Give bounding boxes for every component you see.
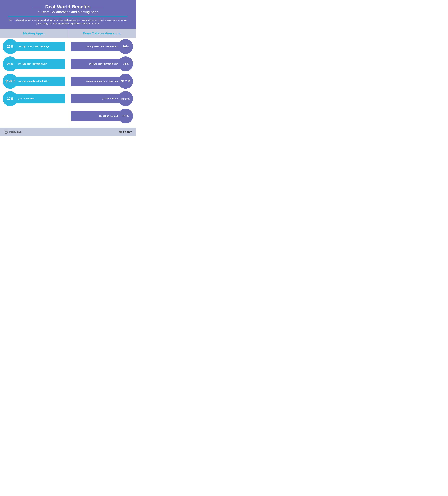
- left-circle-4: 20%: [3, 91, 18, 106]
- left-stat-4: 20% gain in revenue: [3, 91, 65, 106]
- left-value-1: 27%: [7, 45, 14, 48]
- left-bar-2: average gain in productivity: [15, 59, 65, 69]
- left-label-2: average gain in productivity: [18, 62, 47, 65]
- title-line: Real-World Benefits: [8, 4, 128, 10]
- right-value-1: 30%: [123, 45, 129, 48]
- left-bar-1: average reduction in meetings: [15, 42, 65, 51]
- left-stat-2: 25% average gain in productivity: [3, 56, 65, 71]
- right-label-4: gain in revenue: [102, 97, 118, 100]
- left-label-1: average reduction in meetings: [18, 45, 49, 48]
- left-bar-4: gain in revenue: [15, 94, 65, 103]
- right-stat-3: average annual cost reduction $161K: [71, 74, 133, 89]
- page-wrapper: Real-World Benefits of Team Collaboratio…: [0, 0, 136, 136]
- left-circle-2: 25%: [3, 56, 18, 71]
- header: Real-World Benefits of Team Collaboratio…: [0, 0, 136, 29]
- right-label-2: average gain in productivity: [89, 62, 118, 65]
- column-headers-wrapper: Meeting Apps: Team Collaboration apps:: [0, 29, 136, 38]
- right-bar-2: average gain in productivity: [71, 59, 121, 69]
- left-circle-3: $142K: [3, 74, 18, 89]
- right-column-header: Team Collaboration apps:: [68, 29, 136, 38]
- right-stat-5: reduction in email 21%: [71, 108, 133, 124]
- header-description: Team collaboration and meeting apps that…: [8, 18, 128, 25]
- right-bar-1: average reduction in meetings: [71, 42, 121, 51]
- right-circle-4: $368K: [118, 91, 133, 106]
- page-title-subtitle: of Team Collaboration and Meeting Apps: [8, 10, 128, 14]
- right-stat-1: average reduction in meetings 30%: [71, 39, 133, 54]
- left-value-4: 20%: [7, 97, 14, 101]
- right-stat-4: gain in revenue $368K: [71, 91, 133, 106]
- title-line-left: [32, 7, 43, 7]
- right-value-3: $161K: [121, 79, 130, 83]
- right-column: average reduction in meetings 30% averag…: [68, 38, 136, 127]
- left-stat-3: $142K average annual cost reduction: [3, 74, 65, 89]
- right-label-5: reduction in email: [99, 115, 118, 118]
- right-circle-3: $161K: [118, 74, 133, 89]
- left-stat-1: 27% average reduction in meetings: [3, 39, 65, 54]
- left-bar-3: average annual cost reduction: [15, 77, 65, 86]
- content-columns: 27% average reduction in meetings 25% av…: [0, 38, 136, 127]
- right-value-4: $368K: [121, 97, 130, 100]
- right-label-3: average annual cost reduction: [86, 80, 118, 83]
- footer: © Metrigy 2021 ⊕ metrigy: [0, 127, 136, 136]
- right-circle-2: 24%: [118, 56, 133, 71]
- page-title-bold: Real-World Benefits: [45, 4, 91, 10]
- left-column: 27% average reduction in meetings 25% av…: [0, 38, 68, 127]
- column-headers: Meeting Apps: Team Collaboration apps:: [0, 29, 136, 38]
- left-value-2: 25%: [7, 62, 14, 66]
- right-circle-1: 30%: [118, 39, 133, 54]
- right-bar-5: reduction in email: [71, 111, 121, 121]
- right-circle-5: 21%: [118, 108, 133, 124]
- left-label-4: gain in revenue: [18, 97, 34, 100]
- right-label-1: average reduction in meetings: [86, 45, 118, 48]
- right-bar-4: gain in revenue: [71, 94, 121, 103]
- footer-brand: metrigy: [123, 130, 132, 133]
- right-bar-3: average annual cost reduction: [71, 77, 121, 86]
- footer-right: ⊕ metrigy: [119, 130, 132, 134]
- title-line-right: [93, 7, 104, 7]
- left-column-header: Meeting Apps:: [0, 29, 68, 38]
- left-circle-1: 27%: [3, 39, 18, 54]
- right-stat-2: average gain in productivity 24%: [71, 56, 133, 71]
- header-divider: [8, 16, 128, 16]
- right-value-2: 24%: [123, 62, 129, 66]
- copyright-icon: ©: [4, 130, 8, 134]
- right-value-5: 21%: [123, 114, 129, 118]
- metrigy-logo-icon: ⊕: [119, 130, 122, 134]
- left-label-3: average annual cost reduction: [18, 80, 49, 83]
- footer-left: © Metrigy 2021: [4, 130, 21, 134]
- left-value-3: $142K: [5, 79, 15, 83]
- footer-year: Metrigy 2021: [9, 131, 21, 133]
